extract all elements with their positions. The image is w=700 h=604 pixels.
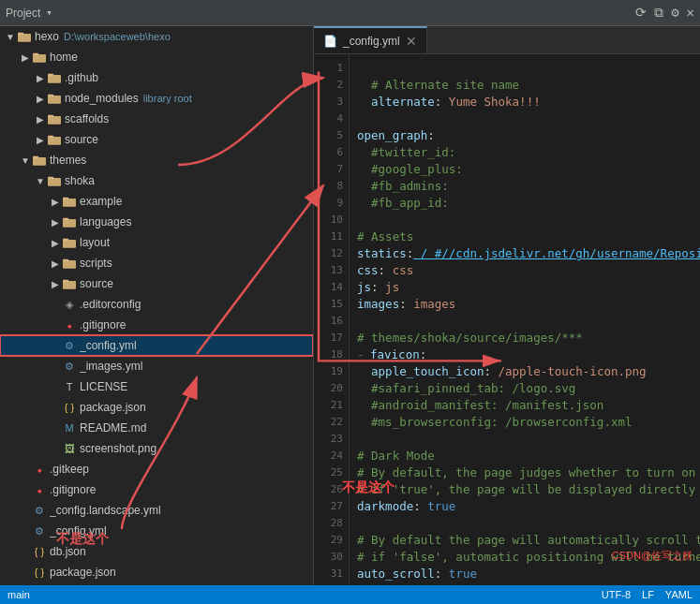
tree-arrow-themes[interactable] — [19, 154, 32, 167]
tree-item-package_json_root[interactable]: { }package.json — [0, 562, 313, 582]
tree-item-config_yml_root[interactable]: ⚙_config.yml — [0, 521, 313, 541]
tree-arrow-layout[interactable] — [49, 236, 62, 249]
status-filetype: YAML — [665, 589, 693, 600]
tree-spacer-gitkeep — [19, 463, 32, 476]
code-line-18: -favicon: — [357, 346, 693, 363]
code-line-22: #ms_browserconfig: /browserconfig.xml — [357, 414, 693, 431]
tree-item-db_json[interactable]: { }db.json — [0, 541, 313, 562]
tree-item-readme[interactable]: MREADME.md — [0, 418, 313, 438]
kv-key-31: auto_scroll — [357, 566, 435, 582]
tree-badge-hexo: D:\workspaceweb\hexo — [64, 31, 171, 42]
tree-item-config_yml[interactable]: ⚙_config.yml — [0, 335, 313, 356]
code-line-8: #fb_admins: — [357, 178, 693, 195]
tree-arrow-languages[interactable] — [49, 215, 62, 228]
tree-label-github: .github — [65, 71, 98, 84]
folder-icon-source2 — [62, 277, 77, 290]
tree-item-scripts[interactable]: scripts — [0, 253, 313, 273]
line-number-31: 31 — [314, 566, 343, 582]
tree-label-layout: layout — [80, 236, 110, 249]
tree-arrow-source[interactable] — [34, 133, 47, 146]
tree-item-gitignore_shoka[interactable]: ⬥.gitignore — [0, 315, 313, 335]
line-number-25: 25 — [314, 464, 343, 481]
tree-item-github[interactable]: .github — [0, 67, 313, 88]
code-line-25: # By default, the page judges whether to… — [357, 464, 693, 481]
fold-btn-18[interactable]: - — [357, 346, 368, 363]
tree-item-screenshot[interactable]: 🖼screenshot.png — [0, 438, 313, 459]
tree-label-themes: themes — [50, 154, 86, 167]
svg-rect-7 — [48, 95, 53, 97]
tree-item-license[interactable]: TLICENSE — [0, 376, 313, 397]
tree-item-images_yml[interactable]: ⚙_images.yml — [0, 356, 313, 376]
folder-icon-layout — [62, 236, 77, 249]
code-area[interactable]: # Alternate site name alternate: Yume Sh… — [350, 54, 700, 585]
sync-icon[interactable]: ⟳ — [635, 5, 647, 21]
file-icon-config_landscape: ⚙ — [32, 504, 47, 517]
code-line-2: # Alternate site name — [357, 77, 693, 94]
tree-spacer-config_landscape — [19, 504, 32, 517]
kv-val-14: js — [379, 279, 400, 296]
line-number-22: 22 — [314, 414, 343, 431]
kv-key-27: darkmode — [357, 498, 413, 515]
tree-label-editorconfig: .editorconfig — [80, 298, 141, 311]
tree-item-hexo[interactable]: hexoD:\workspaceweb\hexo — [0, 26, 313, 47]
code-line-21: #android_manifest: /manifest.json — [357, 397, 693, 414]
tree-arrow-scaffolds[interactable] — [34, 112, 47, 125]
status-branch: main — [7, 589, 30, 600]
close-panel-icon[interactable]: ✕ — [687, 5, 694, 21]
kv-key-13: css — [357, 262, 379, 279]
tree-item-package_json[interactable]: { }package.json — [0, 397, 313, 418]
comment-2: # Alternate site name — [357, 77, 519, 94]
tree-arrow-example[interactable] — [49, 195, 62, 208]
tab-config-yml[interactable]: 📄 _config.yml ✕ — [314, 26, 427, 53]
tree-item-themes[interactable]: themes — [0, 150, 313, 170]
tree-label-package_json_root: package.json — [50, 566, 116, 579]
tree-label-example: example — [80, 195, 122, 208]
tree-arrow-hexo[interactable] — [4, 30, 17, 43]
tree-label-config_yml: _config.yml — [80, 339, 137, 352]
tree-spacer-db_json — [19, 545, 32, 558]
tree-spacer-package_json — [49, 401, 62, 414]
line-number-1: 1 — [314, 60, 343, 77]
folder-icon-home — [32, 51, 47, 64]
line-number-6: 6 — [314, 144, 343, 161]
kv-key-15: images — [357, 296, 399, 313]
tree-item-layout[interactable]: layout — [0, 232, 313, 253]
folder-icon-node_modules — [47, 92, 62, 105]
line-number-4: 4 — [314, 110, 343, 127]
file-tree[interactable]: hexoD:\workspaceweb\hexo home .github no… — [0, 26, 313, 585]
tree-arrow-scripts[interactable] — [49, 257, 62, 270]
layout-icon[interactable]: ⧉ — [654, 5, 663, 21]
svg-rect-9 — [48, 115, 53, 118]
tree-arrow-github[interactable] — [34, 71, 47, 84]
tree-arrow-node_modules[interactable] — [34, 92, 47, 105]
tab-close-button[interactable]: ✕ — [406, 34, 417, 49]
tree-item-source[interactable]: source — [0, 129, 313, 150]
kv-val-13: css — [385, 262, 413, 279]
line-number-27: 27 — [314, 498, 343, 515]
tree-item-node_modules[interactable]: node_moduleslibrary root — [0, 88, 313, 109]
tree-item-config_landscape[interactable]: ⚙_config.landscape.yml — [0, 500, 313, 521]
tree-item-gitkeep[interactable]: ⬥.gitkeep — [0, 459, 313, 479]
tree-item-editorconfig[interactable]: ◈.editorconfig — [0, 294, 313, 315]
settings-icon[interactable]: ⚙ — [671, 5, 678, 21]
tree-item-home[interactable]: home — [0, 47, 313, 67]
file-icon-package_json_root: { } — [32, 566, 47, 579]
tree-item-gitignore_root[interactable]: ⬥.gitignore — [0, 479, 313, 500]
tree-item-shoka[interactable]: shoka — [0, 170, 313, 191]
tree-item-source2[interactable]: source — [0, 273, 313, 294]
code-line-26: # if 'true', the page will be displayed … — [357, 481, 693, 498]
code-line-16 — [357, 313, 693, 330]
line-number-30: 30 — [314, 549, 343, 566]
line-number-26: 26 — [314, 481, 343, 498]
section-key-5: open_graph — [357, 127, 427, 144]
tree-label-package_json: package.json — [80, 401, 146, 414]
line-number-29: 29 — [314, 532, 343, 549]
tree-arrow-source2[interactable] — [49, 277, 62, 290]
tree-item-example[interactable]: example — [0, 191, 313, 212]
toolbar-dropdown-arrow[interactable]: ▾ — [46, 7, 52, 19]
tree-item-scaffolds[interactable]: scaffolds — [0, 109, 313, 129]
tree-arrow-home[interactable] — [19, 51, 32, 64]
comment-25: # By default, the page judges whether to… — [357, 464, 695, 481]
tree-arrow-shoka[interactable] — [34, 174, 47, 187]
tree-item-languages[interactable]: languages — [0, 212, 313, 232]
